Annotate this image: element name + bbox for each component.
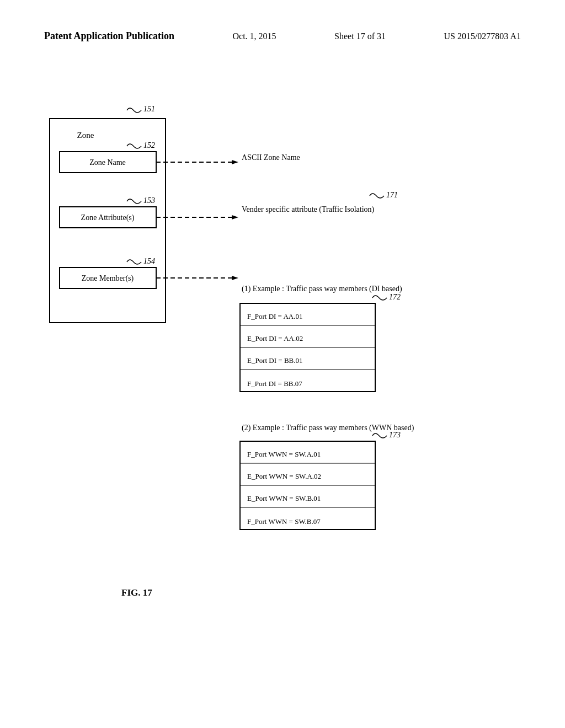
svg-text:F_Port WWN = SW.B.07: F_Port WWN = SW.B.07 [247,517,321,526]
svg-text:Zone Name: Zone Name [89,158,126,167]
svg-text:Zone: Zone [77,131,94,140]
svg-text:E_Port WWN = SW.A.02: E_Port WWN = SW.A.02 [247,472,321,480]
diagram-area: 151 152 153 154 [33,88,532,684]
svg-rect-19 [240,441,375,529]
svg-text:(2) Example : Traffic pass way: (2) Example : Traffic pass way members (… [242,424,414,432]
svg-text:ASCII Zone Name: ASCII Zone Name [242,153,300,162]
publication-label: Patent Application Publication [44,30,174,42]
patent-number: US 2015/0277803 A1 [444,31,521,41]
svg-text:F_Port WWN = SW.A.01: F_Port WWN = SW.A.01 [247,450,321,458]
svg-text:153: 153 [143,196,155,205]
date-label: Oct. 1, 2015 [233,31,276,41]
svg-text:F_Port DI = AA.01: F_Port DI = AA.01 [247,312,303,320]
svg-text:Zone Member(s): Zone Member(s) [82,274,134,283]
svg-text:F_Port DI = BB.07: F_Port DI = BB.07 [247,379,302,388]
svg-text:152: 152 [143,141,155,149]
svg-text:E_Port  DI = AA.02: E_Port DI = AA.02 [247,334,303,342]
svg-rect-14 [240,303,375,392]
svg-text:171: 171 [386,191,398,199]
svg-rect-1 [60,152,156,173]
svg-text:FIG. 17: FIG. 17 [121,587,152,598]
svg-marker-11 [232,215,238,220]
svg-text:154: 154 [143,257,155,265]
svg-marker-13 [232,276,238,280]
svg-rect-3 [60,267,156,288]
svg-marker-9 [232,160,238,164]
diagram-svg: 151 152 153 154 [33,88,532,684]
svg-text:173: 173 [389,431,401,439]
svg-rect-0 [50,119,166,323]
svg-text:172: 172 [389,293,401,301]
svg-text:(1) Example : Traffic pass way: (1) Example : Traffic pass way members (… [242,285,402,293]
svg-rect-2 [60,207,156,228]
svg-text:Vender specific attribute (Tra: Vender specific attribute (Traffic Isola… [242,205,375,214]
svg-text:E_Port DI = BB.01: E_Port DI = BB.01 [247,356,303,365]
svg-text:E_Port WWN = SW.B.01: E_Port WWN = SW.B.01 [247,494,321,502]
page-header: Patent Application Publication Oct. 1, 2… [0,30,565,42]
svg-text:Zone Attribute(s): Zone Attribute(s) [81,213,135,222]
sheet-label: Sheet 17 of 31 [334,31,386,41]
svg-text:151: 151 [143,105,155,113]
